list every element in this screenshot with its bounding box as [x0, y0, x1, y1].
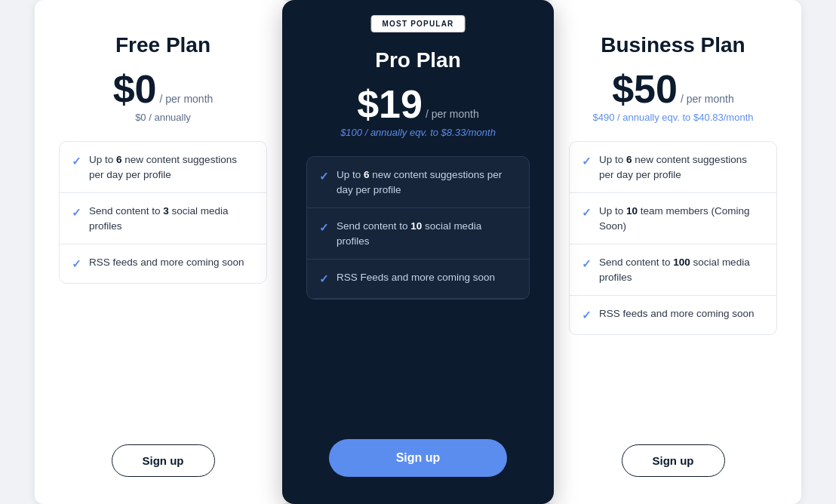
pro-signup-button[interactable]: Sign up — [329, 439, 508, 477]
pro-feature-text-2: Send content to 10 social media profiles — [337, 219, 517, 248]
business-plan-card: Business Plan $50 / per month $490 / ann… — [545, 0, 801, 504]
free-price-period: / per month — [160, 93, 214, 105]
business-features-box: ✓ Up to 6 new content suggestions per da… — [569, 141, 777, 335]
pro-price-amount: $19 — [357, 85, 423, 124]
free-features-box: ✓ Up to 6 new content suggestions per da… — [59, 141, 267, 284]
business-feature-1: ✓ Up to 6 new content suggestions per da… — [570, 142, 776, 193]
business-price-amount: $50 — [612, 69, 678, 109]
business-feature-2: ✓ Up to 10 team members (Coming Soon) — [570, 193, 776, 244]
free-price-amount: $0 — [113, 69, 157, 109]
free-feature-text-3: RSS feeds and more coming soon — [89, 255, 244, 270]
free-price-annual: $0 / annually — [135, 112, 191, 123]
business-price-annual: $490 / annually eqv. to $40.83/month — [593, 112, 754, 123]
business-feature-text-4: RSS feeds and more coming soon — [599, 306, 755, 321]
pro-check-2: ✓ — [319, 220, 329, 236]
pro-feature-2: ✓ Send content to 10 social media profil… — [307, 208, 529, 260]
pro-features-box: ✓ Up to 6 new content suggestions per da… — [306, 156, 530, 300]
business-price-row: $50 / per month — [612, 69, 734, 109]
pro-plan-card: MOST POPULAR Pro Plan $19 / per month $1… — [282, 0, 554, 504]
free-signup-button[interactable]: Sign up — [112, 444, 215, 477]
pro-price-row: $19 / per month — [357, 85, 479, 124]
pro-price-period: / per month — [426, 108, 479, 120]
free-check-3: ✓ — [72, 256, 81, 272]
pro-feature-3: ✓ RSS Feeds and more coming soon — [307, 260, 529, 299]
pro-check-1: ✓ — [319, 168, 329, 185]
free-plan-title: Free Plan — [115, 33, 211, 57]
free-check-1: ✓ — [72, 153, 81, 170]
business-check-3: ✓ — [582, 256, 592, 272]
pro-check-3: ✓ — [319, 271, 329, 287]
pro-plan-title: Pro Plan — [375, 48, 461, 72]
business-feature-3: ✓ Send content to 100 social media profi… — [570, 244, 776, 296]
free-check-2: ✓ — [72, 204, 81, 221]
most-popular-badge: MOST POPULAR — [371, 15, 466, 32]
business-check-2: ✓ — [582, 204, 592, 221]
pro-price-annual: $100 / annually eqv. to $8.33/month — [340, 127, 496, 138]
business-price-period: / per month — [681, 93, 734, 105]
free-feature-2: ✓ Send content to 3 social media profile… — [60, 193, 266, 244]
business-feature-text-2: Up to 10 team members (Coming Soon) — [599, 204, 764, 233]
business-feature-4: ✓ RSS feeds and more coming soon — [570, 296, 776, 334]
pricing-container: Free Plan $0 / per month $0 / annually ✓… — [0, 0, 836, 504]
free-plan-card: Free Plan $0 / per month $0 / annually ✓… — [35, 0, 291, 504]
business-plan-title: Business Plan — [601, 33, 745, 57]
pro-feature-text-1: Up to 6 new content suggestions per day … — [337, 167, 517, 197]
pro-feature-text-3: RSS Feeds and more coming soon — [337, 270, 495, 285]
business-feature-text-3: Send content to 100 social media profile… — [599, 255, 764, 284]
free-feature-1: ✓ Up to 6 new content suggestions per da… — [60, 142, 266, 193]
business-check-4: ✓ — [582, 307, 592, 324]
free-feature-text-2: Send content to 3 social media profiles — [89, 204, 254, 233]
free-price-row: $0 / per month — [113, 69, 214, 109]
free-feature-3: ✓ RSS feeds and more coming soon — [60, 244, 266, 283]
business-signup-button[interactable]: Sign up — [622, 444, 725, 477]
pro-feature-1: ✓ Up to 6 new content suggestions per da… — [307, 157, 529, 208]
business-check-1: ✓ — [582, 153, 592, 170]
free-feature-text-1: Up to 6 new content suggestions per day … — [89, 152, 254, 182]
business-feature-text-1: Up to 6 new content suggestions per day … — [599, 152, 764, 182]
